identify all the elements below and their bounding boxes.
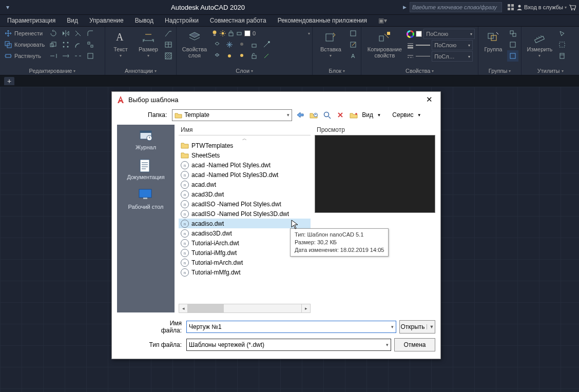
file-row[interactable]: nacadISO -Named Plot Styles3D.dwt [179, 209, 311, 219]
bulb-icon[interactable] [211, 30, 218, 37]
menu-addins[interactable]: Надстройки [160, 16, 204, 25]
folder-combo[interactable]: Template ▾ [172, 109, 292, 121]
panel-props-title[interactable]: Свойства▾ [363, 67, 476, 75]
panel-util-title[interactable]: Утилиты▾ [524, 67, 577, 75]
new-folder-button[interactable] [349, 110, 359, 120]
lineweight-combo[interactable]: ПоСлою▾ [432, 40, 473, 50]
hatch-button[interactable] [163, 50, 174, 62]
group-button[interactable]: Группа [480, 28, 506, 67]
open-button[interactable]: Открыть▼ [399, 320, 435, 334]
linetype-combo[interactable]: ПоСл…▾ [432, 51, 473, 62]
rotate-button[interactable] [48, 28, 59, 39]
lock-icon[interactable] [228, 30, 234, 36]
stretch-button[interactable]: Растянуть [2, 50, 47, 62]
delete-button[interactable] [335, 110, 345, 120]
offset-button[interactable] [72, 39, 84, 50]
places-history[interactable]: Журнал [136, 129, 156, 150]
layer-props-button[interactable]: Свойства слоя [179, 28, 210, 67]
layer-unlock-button[interactable] [248, 50, 260, 62]
join-button[interactable] [85, 50, 96, 62]
file-row[interactable]: PTWTemplates [179, 141, 311, 150]
new-tab-button[interactable]: + [4, 77, 14, 85]
group-edit-button[interactable] [507, 39, 518, 50]
copy-button[interactable]: Копировать [2, 39, 47, 50]
linetype-icon[interactable] [407, 53, 414, 61]
file-row[interactable]: nacad -Named Plot Styles.dwt [179, 160, 311, 170]
signin-button[interactable]: Вход в службы▾ [516, 4, 567, 10]
layer-iso-button[interactable] [211, 39, 223, 50]
sun-icon[interactable] [220, 30, 226, 36]
calc-button[interactable] [556, 50, 568, 62]
trim-button[interactable] [72, 28, 84, 39]
plot-icon[interactable] [236, 30, 242, 36]
extend-button[interactable] [48, 50, 59, 62]
color-swatch[interactable] [244, 30, 250, 36]
panel-groups-title[interactable]: Группы▾ [480, 67, 519, 75]
layer-dropdown[interactable]: ▾ [308, 31, 310, 36]
file-list[interactable]: PTWTemplatesSheetSetsnacad -Named Plot S… [179, 141, 311, 304]
layer-on-button[interactable] [236, 50, 247, 62]
up-folder-button[interactable] [308, 110, 319, 120]
layer-lock-button[interactable] [248, 39, 260, 50]
explode-button[interactable] [85, 39, 96, 50]
view-menu[interactable]: Вид ▼ [362, 111, 381, 119]
ungroup-button[interactable] [507, 28, 518, 39]
layer-freeze-button[interactable] [224, 39, 235, 50]
leader-button[interactable] [163, 28, 174, 39]
qat-chevron[interactable]: ▶ [400, 3, 410, 12]
edit-block-button[interactable] [348, 39, 359, 50]
layer-match-button[interactable] [261, 39, 272, 50]
table-button[interactable] [163, 39, 174, 50]
dialog-titlebar[interactable]: Выбор шаблона ✕ [112, 92, 440, 107]
search-web-button[interactable] [322, 110, 332, 120]
menu-manage[interactable]: Управление [84, 16, 129, 25]
select-button[interactable] [556, 28, 568, 39]
file-row[interactable]: nacad3D.dwt [179, 189, 311, 199]
file-row[interactable]: nacad -Named Plot Styles3D.dwt [179, 170, 311, 180]
panel-block-title[interactable]: Блок▾ [315, 67, 359, 75]
file-row[interactable]: nacad.dwt [179, 180, 311, 189]
dimension-button[interactable]: Размер▾ [135, 28, 162, 67]
menu-collab[interactable]: Совместная работа [205, 16, 272, 25]
fillet-button[interactable] [85, 28, 96, 39]
qselect-button[interactable] [556, 39, 568, 50]
matchprops-button[interactable]: Копирование свойств [363, 28, 406, 67]
cancel-button[interactable]: Отмена [394, 338, 435, 351]
attributes-button[interactable]: A [348, 50, 359, 62]
array-button[interactable] [60, 39, 71, 50]
file-row[interactable]: nTutorial-mArch.dwt [179, 258, 311, 267]
menu-parametrize[interactable]: Параметризация [2, 16, 61, 25]
menu-overflow[interactable]: ▣▾ [373, 16, 392, 25]
file-row[interactable]: SheetSets [179, 150, 311, 160]
scroll-thumb[interactable] [188, 304, 224, 312]
service-menu[interactable]: Сервис ▼ [392, 111, 421, 119]
create-block-button[interactable] [348, 28, 359, 39]
layer-uniso-button[interactable] [211, 50, 223, 62]
cart-icon[interactable] [569, 4, 576, 11]
collapse-chevron[interactable]: ︿ [179, 135, 311, 141]
panel-annot-title[interactable]: Аннотации▾ [107, 67, 174, 75]
places-desktop[interactable]: Рабочий стол [128, 188, 163, 210]
text-button[interactable]: AТекст▾ [107, 28, 134, 67]
filetype-combo[interactable]: Шаблоны чертежей (*.dwt)▾ [186, 339, 391, 351]
color-wheel-icon[interactable] [407, 30, 414, 38]
lineweight-icon[interactable] [407, 42, 414, 49]
insert-button[interactable]: Вставка▾ [315, 28, 346, 67]
group-select-button[interactable] [507, 50, 518, 62]
break-button[interactable] [72, 50, 84, 62]
menu-output[interactable]: Вывод [130, 16, 159, 25]
layer-current-button[interactable] [261, 50, 272, 62]
close-button[interactable]: ✕ [422, 94, 436, 105]
scroll-left[interactable]: ◂ [179, 304, 188, 313]
layer-thaw-button[interactable] [224, 50, 235, 62]
color-combo[interactable]: ПоСлою▾ [423, 29, 475, 39]
scroll-right[interactable]: ▸ [301, 304, 311, 313]
menu-view[interactable]: Вид [62, 16, 83, 25]
search-input[interactable]: Введите ключевое слово/фразу [410, 2, 502, 12]
filename-input[interactable]: Чертуж №1▾ [186, 321, 396, 333]
file-row[interactable]: nacadISO -Named Plot Styles.dwt [179, 199, 311, 209]
file-row[interactable]: nacadiso.dwt [179, 219, 311, 228]
lengthen-button[interactable] [60, 50, 71, 62]
scale-button[interactable] [48, 39, 59, 50]
layer-off-button[interactable] [236, 39, 247, 50]
